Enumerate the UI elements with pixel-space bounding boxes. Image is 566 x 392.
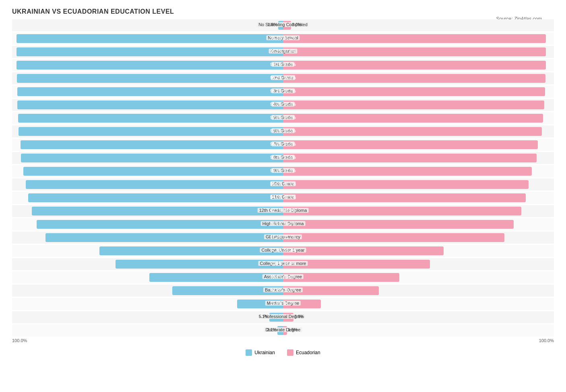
row-label: High School Diploma (261, 221, 306, 226)
row-wrapper: College, Under 1 year67.7%59.3% (12, 245, 554, 257)
val-left: 67.7% (270, 248, 282, 252)
val-left: 1.8% (268, 22, 277, 27)
row-wrapper: 2nd Grade98.2%96.9% (12, 72, 554, 84)
bar-left (17, 34, 283, 43)
row-wrapper: Kindergarten98.3%97.0% (12, 46, 554, 58)
val-left: 95.9% (270, 168, 282, 173)
val-right: 94.0% (284, 142, 296, 146)
row-label: 12th Grade, No Diploma (258, 208, 309, 213)
row-wrapper: 6th Grade97.6%95.5% (12, 125, 554, 138)
bar-left (17, 101, 283, 109)
val-left: 40.9% (270, 287, 282, 292)
bar-left (45, 233, 283, 242)
bar-right (283, 114, 543, 123)
val-right: 91.9% (284, 168, 296, 173)
bar-left (17, 61, 283, 70)
row-wrapper: Bachelor's Degree40.9%35.4% (12, 285, 554, 297)
legend: Ukrainian Ecuadorian (12, 349, 554, 356)
bar-left (26, 180, 283, 189)
val-right: 96.7% (284, 88, 296, 93)
bar-right (283, 74, 545, 83)
bar-left (21, 154, 283, 162)
val-left: 49.4% (270, 274, 282, 279)
val-right: 59.3% (284, 248, 296, 252)
val-left: 96.7% (270, 155, 282, 160)
val-right: 89.6% (284, 195, 296, 199)
legend-item-ecuadorian: Ecuadorian (287, 349, 320, 356)
row-wrapper: 4th Grade98.0%96.4% (12, 99, 554, 111)
val-right: 43.0% (284, 274, 296, 279)
val-left: 2.1% (267, 327, 277, 332)
val-right: 96.0% (284, 115, 296, 120)
bar-right (283, 207, 521, 215)
row-wrapper: Master's Degree16.9%14.0% (12, 298, 554, 310)
row-wrapper: Professional Degree5.1%3.9% (12, 311, 554, 323)
val-right: 96.9% (284, 75, 296, 80)
bar-right (283, 154, 537, 162)
row-wrapper: GED/Equivalency87.7%81.7% (12, 232, 554, 244)
val-right: 97.0% (284, 49, 296, 53)
val-left: 98.1% (270, 88, 282, 93)
val-left: 16.9% (270, 301, 282, 306)
val-left: 97.8% (270, 115, 282, 120)
val-left: 96.9% (270, 142, 282, 146)
axis-left: 100.0% (12, 338, 27, 343)
legend-label-ukrainian: Ukrainian (254, 350, 275, 355)
bar-left (17, 74, 283, 83)
row-wrapper: 1st Grade98.3%97.0% (12, 59, 554, 71)
row-label: Bachelor's Degree (263, 287, 303, 292)
val-right: 90.6% (284, 181, 296, 186)
val-right: 93.6% (284, 155, 296, 160)
row-wrapper: High School Diploma91.0%85.1% (12, 218, 554, 230)
val-right: 95.5% (284, 128, 296, 133)
bar-left (32, 207, 283, 215)
bar-left (37, 220, 283, 229)
legend-box-ukrainian (246, 349, 252, 356)
val-left: 98.3% (270, 49, 282, 53)
bar-right (283, 193, 526, 202)
val-right: 96.4% (284, 102, 296, 107)
bar-right (283, 167, 532, 176)
bar-right (283, 233, 504, 242)
val-left: 98.3% (270, 35, 282, 40)
val-left: 61.8% (270, 261, 282, 266)
row-wrapper: Doctorate Degree2.1%1.5% (12, 324, 554, 337)
bar-left (17, 87, 283, 96)
val-left: 98.0% (270, 102, 282, 107)
row-label: Associate's Degree (262, 274, 304, 279)
legend-box-ecuadorian (287, 349, 293, 356)
legend-label-ecuadorian: Ecuadorian (296, 350, 320, 355)
axis-right: 100.0% (539, 338, 554, 343)
val-right: 35.4% (284, 287, 296, 292)
val-right: 3.9% (294, 314, 304, 319)
row-wrapper: Associate's Degree49.4%43.0% (12, 271, 554, 283)
row-label: College, Under 1 year (260, 248, 306, 252)
val-left: 5.1% (259, 314, 269, 319)
row-wrapper: 11th Grade94.0%89.6% (12, 192, 554, 204)
val-left: 91.0% (270, 221, 282, 226)
chart-title: UKRAINIAN VS ECUADORIAN EDUCATION LEVEL (12, 8, 554, 15)
row-label: GED/Equivalency (264, 234, 302, 239)
bar-left (23, 167, 283, 176)
bar-left (99, 246, 283, 255)
bar-right (283, 87, 545, 96)
val-right: 54.3% (284, 261, 296, 266)
bar-left (19, 127, 283, 136)
bar-right (283, 180, 529, 189)
row-wrapper: College, 1 year or more61.8%54.3% (12, 258, 554, 270)
row-wrapper: Nursery School98.3%97.1% (12, 33, 554, 45)
val-right: 3.0% (292, 22, 302, 27)
val-left: 95.0% (270, 181, 282, 186)
val-right: 81.7% (284, 234, 296, 239)
bar-left (28, 193, 283, 202)
bar-left (18, 114, 283, 123)
bar-right (283, 61, 546, 70)
val-right: 1.5% (288, 327, 297, 332)
val-right: 97.0% (284, 62, 296, 67)
bar-right (283, 34, 546, 43)
val-right: 88.0% (284, 208, 296, 213)
row-label: College, 1 year or more (258, 261, 308, 266)
val-left: 97.6% (270, 128, 282, 133)
val-right: 85.1% (284, 221, 296, 226)
row-wrapper: 8th Grade96.7%93.6% (12, 152, 554, 164)
